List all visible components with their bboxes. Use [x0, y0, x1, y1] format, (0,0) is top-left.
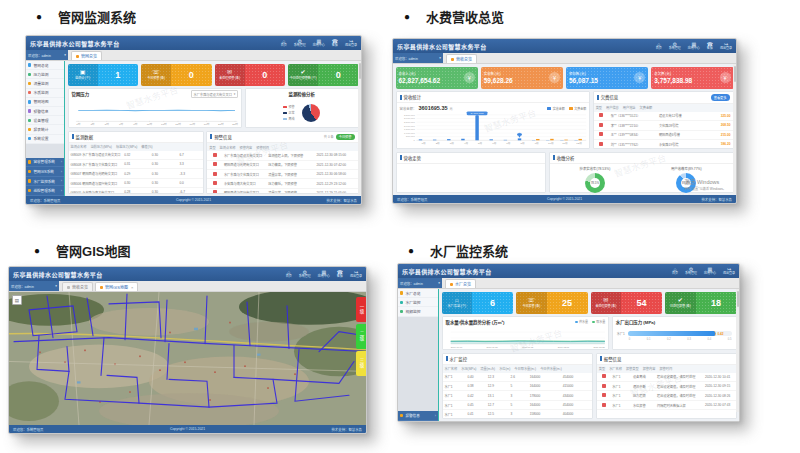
station-select[interactable]: 水厂东路与建设大街交叉口 ▾	[191, 90, 239, 98]
user-strip[interactable]: 欢迎您：admin ▾	[393, 53, 443, 63]
header-icon-button[interactable]: ☎ 客服	[332, 39, 338, 48]
caption-text: 水费营收总览	[426, 7, 504, 26]
sidebar-system-item[interactable]: 营收管理系统 ›	[26, 158, 64, 168]
legend-item: 离线	[283, 117, 295, 121]
svg-text:2019-10-26: 2019-10-26	[486, 346, 498, 348]
donut-title: 抄表实收率(78.53%)	[580, 166, 611, 171]
table-row: 刘**（135****7762） 永安路19号院 186.20	[594, 140, 733, 148]
header-icon-button[interactable]: ⚙ 系统管理	[294, 39, 306, 48]
header-icon-button[interactable]: ⌂ 首页	[281, 39, 287, 48]
sidebar-item[interactable]: 报表统计	[26, 125, 64, 134]
app-header: 乐亭县供排水公司智慧水务平台 ⌂ 首页 ⚙ 系统管理 ▦ 应用中心	[393, 39, 736, 53]
header-icon-button[interactable]: ☎ 客服	[337, 270, 343, 279]
header-icon-button[interactable]: ↪ 退出登录	[345, 39, 357, 48]
tab-revenue-overview[interactable]: 营收总览	[62, 282, 93, 291]
scrollbar[interactable]	[358, 61, 361, 195]
column-header: 当前压力(MPa)	[88, 143, 113, 151]
sidebar-alarm-item[interactable]: 报警信息 ›	[398, 411, 438, 421]
header-icon-button[interactable]: ▦ 应用中心	[688, 42, 700, 51]
close-icon[interactable]: ×	[131, 285, 133, 290]
header-icon-button[interactable]: ▦ 应用中心	[318, 270, 330, 279]
sidebar-item[interactable]: 系统设置	[26, 135, 64, 144]
app-header: 乐亭县供排水公司智慧水务平台 ⌂ 首页 ⚙ 系统管理 ▦ 应用中心	[398, 264, 739, 278]
menu-icon	[28, 189, 31, 192]
tick-label: 0	[629, 338, 630, 341]
table-body: GW009 水厂东路与建设大街交叉口 0.32 0.30 6.7 GW008 水…	[69, 151, 203, 193]
donut-legend: 已收水费(78.53%) 未收水费(21.47%)	[580, 195, 610, 196]
sidebar-item[interactable]: 水厂监控	[398, 298, 438, 307]
money-icon: ¥	[634, 72, 645, 83]
header-icon-button[interactable]: ↪ 退出登录	[720, 42, 732, 51]
header-icon-button[interactable]: ↪ 退出登录	[350, 270, 362, 279]
legend-chip	[575, 321, 578, 324]
arrears-badge-icon	[599, 142, 603, 146]
column-header: 监测点名称	[69, 143, 89, 151]
kpi-cards: ⌂ 水厂/泵站 (个) 6 ☏ 今日报警 (条) 25	[442, 292, 737, 314]
tab-gis-map[interactable]: 管网GIS地图 ×	[95, 282, 138, 291]
scrollbar[interactable]	[736, 289, 739, 412]
main-content: 智慧水务平台 智慧水务平台 总收入 (元) 62,827,654.62 ¥	[393, 64, 736, 195]
sidebar-system-item[interactable]: 巡检管理系统 ›	[26, 186, 64, 196]
user-strip[interactable]: 欢迎您：admin ▾	[26, 50, 68, 60]
chevron-down-icon: ▾	[439, 56, 441, 60]
sidebar-item[interactable]: 管网总览	[26, 61, 64, 70]
money-icon: ¥	[464, 72, 475, 83]
panel-title: 水厂出口压力 (MPa)	[613, 317, 736, 327]
footer-copyright: Copyright © 2015-2021	[547, 197, 582, 201]
tab-revenue-overview[interactable]: 营收总览	[446, 54, 477, 63]
alarm-badge-icon	[602, 403, 606, 407]
tab-overview[interactable]: 管网总览	[71, 51, 102, 60]
bullet-icon: ●	[408, 245, 414, 256]
alarm-level-button[interactable]: 二级	[356, 324, 366, 349]
header-icon-button[interactable]: ▦ 应用中心	[313, 39, 325, 48]
alarm-level-buttons: 一级 二级 三级	[356, 297, 366, 376]
header-icon-button[interactable]: ⚙ 系统管理	[685, 267, 697, 276]
view-more-button[interactable]: 查看更多	[711, 94, 730, 101]
kpi-value: 18	[696, 292, 737, 314]
header-icon-button[interactable]: ⚙ 系统管理	[669, 42, 681, 51]
sidebar-item[interactable]: 流量监测	[26, 79, 64, 88]
svg-text:12月: 12月	[576, 141, 582, 144]
sidebar-item[interactable]: 压力监测	[26, 70, 64, 79]
today-warning-button[interactable]: 今日预警	[336, 134, 355, 141]
sidebar-item[interactable]: 预警信息	[26, 107, 64, 116]
arrears-panel: 欠费信息 查看更多 类型用户信息用户地址欠费金额 张**（136****5521…	[593, 91, 734, 149]
svg-text:2019-10-06: 2019-10-06	[450, 346, 462, 348]
sidebar-system-item[interactable]: 水厂监控系统 ›	[26, 177, 64, 187]
table-row: 李**（138****2210） 文化路28号院 268.50	[594, 121, 733, 130]
gis-map[interactable]: ▤ 一级 二级 三级	[9, 292, 366, 425]
sidebar-item[interactable]: 水质监测	[26, 89, 64, 98]
alarm-level-button[interactable]: 一级	[356, 297, 366, 322]
sidebar-item[interactable]: 视频监控	[398, 307, 438, 316]
header-icon-button[interactable]: ⌂ 首页	[672, 267, 678, 276]
kpi-value: 25	[547, 292, 588, 314]
header-icon-label: 首页	[672, 272, 678, 275]
header-icon-button[interactable]: ⌂ 首页	[656, 42, 662, 51]
header-icon-button[interactable]: ☎ 客服	[707, 42, 713, 51]
table-header: 水厂名称水压(MPa)流量(m³/h)水位(m)今日取水量(m³)今日供水量(m…	[443, 365, 593, 373]
svg-text:1,000,000: 1,000,000	[404, 132, 416, 134]
sidebar-item[interactable]: 设备管理	[26, 116, 64, 125]
column-header: 水厂名称	[607, 365, 624, 373]
header-icon-button[interactable]: ↪ 退出登录	[723, 267, 735, 276]
kpi-card: 总欠费 (元) 3,757,838.98 ¥	[651, 67, 733, 89]
map-layers-button[interactable]: ▤	[12, 295, 22, 305]
sidebar-alarm-label: 报警信息	[405, 413, 419, 418]
sidebar-system-item[interactable]: 管网GIS系统 ›	[26, 167, 64, 177]
svg-text:4月: 4月	[463, 141, 467, 144]
pie-legend: 预警 正常 离线	[283, 105, 295, 121]
scrollbar[interactable]	[733, 64, 736, 194]
sidebar-item[interactable]: 水厂总览	[398, 289, 438, 298]
header-icon-button[interactable]: ⚙ 系统管理	[299, 270, 311, 279]
tab-plant-overview[interactable]: 水厂总览	[445, 279, 476, 288]
alarm-level-button[interactable]: 三级	[356, 351, 366, 376]
header-icon-button[interactable]: ▦ 应用中心	[704, 267, 716, 276]
sidebar-item[interactable]: 管网地图	[26, 98, 64, 107]
tab-label: 营收总览	[456, 56, 472, 62]
user-strip[interactable]: 欢迎您：admin ▾	[9, 281, 59, 291]
user-strip[interactable]: 欢迎您：admin ▾	[398, 278, 442, 288]
sidebar-item-label: 水厂总览	[405, 291, 420, 296]
alarm-level-label: 二级	[358, 331, 364, 342]
header-icon-button[interactable]: ⌂ 首页	[286, 270, 292, 279]
caption-plant-monitor: ● 水厂监控系统	[408, 241, 508, 260]
